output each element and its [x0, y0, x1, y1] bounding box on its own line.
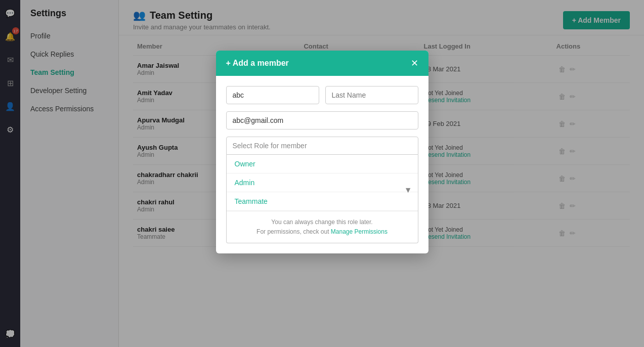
- modal-title: + Add a member: [226, 59, 289, 68]
- dropdown-footer: You can always change this role later. F…: [227, 211, 418, 243]
- dropdown-option-owner[interactable]: Owner: [227, 155, 418, 174]
- dropdown-option-admin[interactable]: Admin: [227, 174, 418, 192]
- email-row: [226, 111, 418, 129]
- add-member-modal: + Add a member ✕ Select Role for member …: [216, 51, 428, 253]
- modal-close-button[interactable]: ✕: [411, 59, 418, 68]
- modal-header: + Add a member ✕: [216, 51, 428, 76]
- role-dropdown-wrapper: Select Role for member Owner Admin Teamm…: [226, 137, 418, 243]
- first-name-input[interactable]: [226, 86, 319, 104]
- email-input[interactable]: [226, 111, 418, 129]
- manage-permissions-link[interactable]: Manage Permissions: [331, 228, 388, 235]
- modal-body: Select Role for member Owner Admin Teamm…: [216, 76, 428, 253]
- last-name-input[interactable]: [325, 86, 418, 104]
- role-select[interactable]: Select Role for member Owner Admin Teamm…: [226, 137, 418, 155]
- dropdown-option-teammate[interactable]: Teammate: [227, 192, 418, 211]
- dropdown-list: Owner Admin Teammate You can always chan…: [226, 155, 418, 243]
- modal-overlay[interactable]: + Add a member ✕ Select Role for member …: [0, 0, 644, 347]
- name-row: [226, 86, 418, 104]
